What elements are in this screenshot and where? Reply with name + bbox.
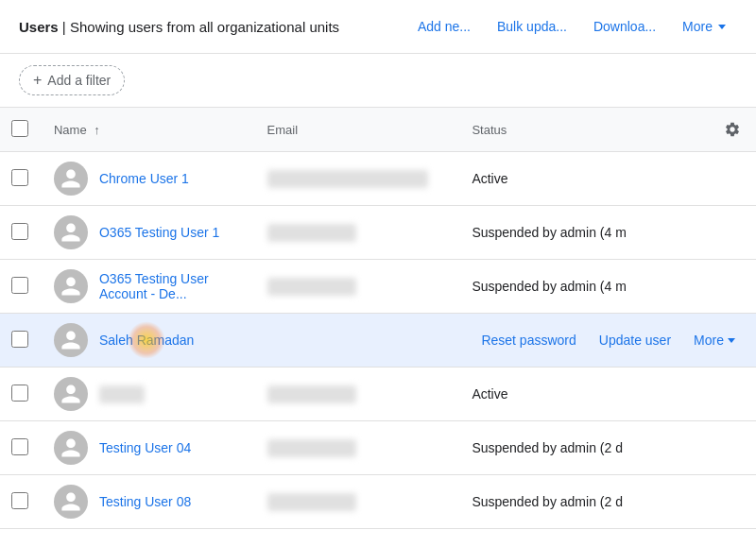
status-badge: Active <box>472 386 507 402</box>
email-cell <box>256 314 461 368</box>
status-badge: Suspended by admin (2 d <box>472 440 623 455</box>
table-row: Chrome User 1 Active <box>0 152 756 206</box>
name-header-label: Name <box>54 123 87 137</box>
status-cell: Active <box>460 152 709 206</box>
person-icon <box>60 167 82 190</box>
user-name-link[interactable]: O365 Testing User 1 <box>99 225 219 240</box>
row-check-cell <box>0 314 43 368</box>
user-name-link[interactable]: Testing User 04 <box>99 440 191 455</box>
page-title-section: Users | Showing users from all organizat… <box>19 19 406 35</box>
table-header-row: Name ↑ Email Status <box>0 108 756 152</box>
name-cell: O365 Testing User Account - De... <box>43 260 256 314</box>
name-cell: Saleh Ramadan <box>43 314 256 368</box>
status-badge: Suspended by admin (2 d <box>472 494 623 509</box>
actions-cell <box>709 475 756 529</box>
person-icon <box>60 329 82 351</box>
email-placeholder <box>267 439 357 457</box>
user-name-link[interactable]: Testing User 08 <box>99 494 191 509</box>
chevron-down-icon <box>728 338 735 343</box>
cursor-highlight: Saleh Ramadan <box>99 333 194 348</box>
status-cell: Suspended by admin (2 d <box>460 421 709 475</box>
avatar <box>54 162 88 196</box>
actions-cell <box>709 206 756 260</box>
select-all-col <box>0 108 43 152</box>
email-placeholder <box>267 170 428 188</box>
actions-cell <box>709 368 756 421</box>
add-new-button[interactable]: Add ne... <box>406 11 482 42</box>
row-checkbox[interactable] <box>11 438 28 455</box>
avatar <box>54 377 88 411</box>
table-row-hovered: Saleh Ramadan Reset password Update user… <box>0 314 756 368</box>
row-checkbox[interactable] <box>11 331 28 348</box>
name-column-header[interactable]: Name ↑ <box>43 108 256 152</box>
table-row: O365 Testing User 1 Suspended by admin (… <box>0 206 756 260</box>
status-badge: Suspended by admin (4 m <box>472 279 626 294</box>
person-icon <box>60 436 82 459</box>
email-column-header: Email <box>256 108 461 152</box>
table-row: O365 Testing User Account - De... Suspen… <box>0 260 756 314</box>
status-badge: Active <box>472 171 507 186</box>
person-icon <box>60 221 82 244</box>
actions-cell <box>709 260 756 314</box>
email-placeholder <box>267 278 357 296</box>
more-header-button[interactable]: More <box>671 11 737 42</box>
row-checkbox[interactable] <box>11 223 28 240</box>
name-cell: Testing User 04 <box>43 421 256 475</box>
row-check-cell <box>0 421 43 475</box>
status-cell: Suspended by admin (4 m <box>460 206 709 260</box>
avatar <box>54 485 88 519</box>
email-cell <box>256 152 461 206</box>
email-cell <box>256 421 461 475</box>
sort-arrow-icon: ↑ <box>94 123 100 137</box>
name-cell <box>43 368 256 421</box>
status-badge: Suspended by admin (4 m <box>472 225 626 240</box>
add-filter-button[interactable]: + Add a filter <box>19 65 125 95</box>
name-cell: Chrome User 1 <box>43 152 256 206</box>
settings-gear-button[interactable] <box>720 117 745 142</box>
update-user-button[interactable]: Update user <box>590 327 680 353</box>
status-column-header: Status <box>460 108 709 152</box>
row-checkbox[interactable] <box>11 169 28 186</box>
reset-password-button[interactable]: Reset password <box>472 327 585 353</box>
table-row: Testing User 04 Suspended by admin (2 d <box>0 421 756 475</box>
user-name-link[interactable]: Chrome User 1 <box>99 171 189 186</box>
avatar <box>54 215 88 249</box>
person-icon <box>60 490 82 513</box>
chevron-down-icon <box>718 25 726 29</box>
row-check-cell <box>0 475 43 529</box>
row-actions-cell: Reset password Update user More <box>460 314 756 368</box>
row-checkbox[interactable] <box>11 385 28 402</box>
email-header-label: Email <box>267 123 299 137</box>
table-row: Active <box>0 368 756 421</box>
more-header-label: More <box>682 19 713 34</box>
blurred-name <box>99 385 145 403</box>
row-check-cell <box>0 368 43 421</box>
email-placeholder <box>267 385 357 403</box>
page-subtitle: Showing users from all organizational un… <box>70 19 339 35</box>
status-cell: Suspended by admin (4 m <box>460 260 709 314</box>
email-cell <box>256 368 461 421</box>
more-row-button[interactable]: More <box>684 327 745 353</box>
row-checkbox[interactable] <box>11 277 28 294</box>
row-checkbox[interactable] <box>11 492 28 509</box>
actions-cell <box>709 421 756 475</box>
status-header-label: Status <box>472 123 507 137</box>
row-check-cell <box>0 206 43 260</box>
status-cell: Active <box>460 368 709 421</box>
settings-column-header <box>709 108 756 152</box>
more-row-label: More <box>694 333 724 348</box>
user-name-link[interactable]: Saleh Ramadan <box>99 333 194 348</box>
download-button[interactable]: Downloa... <box>582 11 667 42</box>
table-row: Testing User 08 Suspended by admin (2 d <box>0 475 756 529</box>
email-cell <box>256 260 461 314</box>
row-check-cell <box>0 260 43 314</box>
header-actions: Add ne... Bulk upda... Downloa... More <box>406 11 737 42</box>
row-check-cell <box>0 152 43 206</box>
avatar <box>54 431 88 465</box>
select-all-checkbox[interactable] <box>11 120 28 137</box>
bulk-update-button[interactable]: Bulk upda... <box>486 11 578 42</box>
filter-bar: + Add a filter <box>0 54 756 108</box>
user-name-link[interactable]: O365 Testing User Account - De... <box>99 271 245 301</box>
add-filter-label: Add a filter <box>47 73 111 88</box>
gear-icon <box>724 121 741 138</box>
